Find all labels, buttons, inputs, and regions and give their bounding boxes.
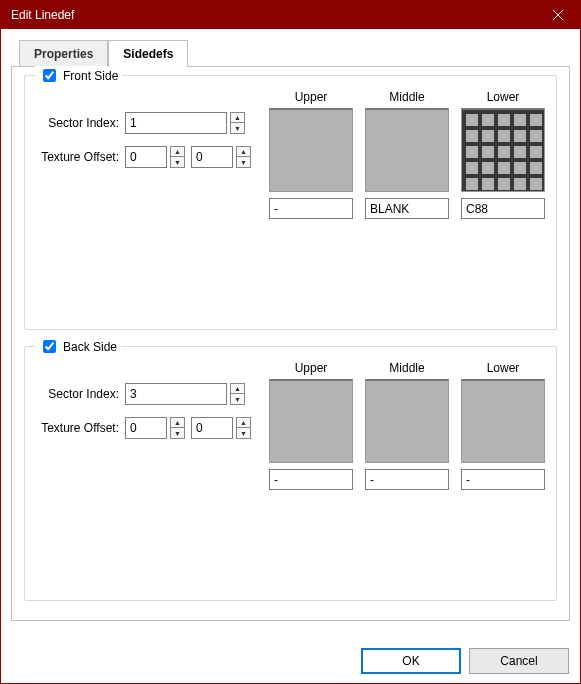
spin-down-icon[interactable]: ▼ [236,428,251,439]
back-upper-preview[interactable] [269,379,353,463]
back-lower-label: Lower [487,361,520,377]
back-middle-preview[interactable] [365,379,449,463]
back-sector-index-label: Sector Index: [35,387,125,401]
spin-down-icon[interactable]: ▼ [170,157,185,168]
front-middle-preview[interactable] [365,108,449,192]
spin-up-icon[interactable]: ▲ [230,112,245,123]
front-lower-name[interactable] [461,198,545,219]
back-offx-spinner: ▲ ▼ [170,417,185,439]
group-front-side: Front Side Sector Index: ▲ ▼ [24,75,557,330]
back-sector-spinner: ▲ ▼ [230,383,245,405]
group-back-side: Back Side Sector Index: ▲ ▼ [24,346,557,601]
tab-sidedefs[interactable]: Sidedefs [108,40,188,67]
tab-page-sidedefs: Front Side Sector Index: ▲ ▼ [11,66,570,621]
front-offy-input[interactable] [191,146,233,168]
back-side-legend: Back Side [35,337,121,356]
back-lower-name[interactable] [461,469,545,490]
spin-up-icon[interactable]: ▲ [236,146,251,157]
front-middle-label: Middle [389,90,424,106]
spin-up-icon[interactable]: ▲ [236,417,251,428]
back-side-checkbox[interactable] [43,340,56,353]
back-middle-label: Middle [389,361,424,377]
cancel-button[interactable]: Cancel [469,648,569,674]
front-offx-input[interactable] [125,146,167,168]
client-area: Properties Sidedefs Front Side Sector In… [1,29,580,631]
front-side-label: Front Side [63,69,118,83]
back-texoffset-label: Texture Offset: [35,421,125,435]
back-middle-name[interactable] [365,469,449,490]
close-button[interactable] [536,1,580,29]
back-sector-index-input[interactable] [125,383,227,405]
spin-down-icon[interactable]: ▼ [230,394,245,405]
front-upper-label: Upper [295,90,328,106]
spin-down-icon[interactable]: ▼ [230,123,245,134]
front-offx-spinner: ▲ ▼ [170,146,185,168]
front-upper-preview[interactable] [269,108,353,192]
back-side-label: Back Side [63,340,117,354]
back-offy-spinner: ▲ ▼ [236,417,251,439]
close-icon [553,10,563,20]
back-lower-preview[interactable] [461,379,545,463]
titlebar: Edit Linedef [1,1,580,29]
front-side-legend: Front Side [35,66,122,85]
window-title: Edit Linedef [11,8,536,22]
front-lower-label: Lower [487,90,520,106]
front-texoffset-label: Texture Offset: [35,150,125,164]
front-sector-index-input[interactable] [125,112,227,134]
back-upper-label: Upper [295,361,328,377]
spin-up-icon[interactable]: ▲ [170,417,185,428]
spin-down-icon[interactable]: ▼ [170,428,185,439]
tab-properties[interactable]: Properties [19,40,108,67]
back-offy-input[interactable] [191,417,233,439]
front-sector-index-label: Sector Index: [35,116,125,130]
front-upper-name[interactable] [269,198,353,219]
front-middle-name[interactable] [365,198,449,219]
tab-strip: Properties Sidedefs [19,39,570,66]
spin-up-icon[interactable]: ▲ [230,383,245,394]
back-offx-input[interactable] [125,417,167,439]
spin-up-icon[interactable]: ▲ [170,146,185,157]
front-lower-preview[interactable] [461,108,545,192]
front-side-checkbox[interactable] [43,69,56,82]
dialog-buttons: OK Cancel [361,648,569,674]
front-sector-spinner: ▲ ▼ [230,112,245,134]
spin-down-icon[interactable]: ▼ [236,157,251,168]
back-upper-name[interactable] [269,469,353,490]
front-offy-spinner: ▲ ▼ [236,146,251,168]
ok-button[interactable]: OK [361,648,461,674]
